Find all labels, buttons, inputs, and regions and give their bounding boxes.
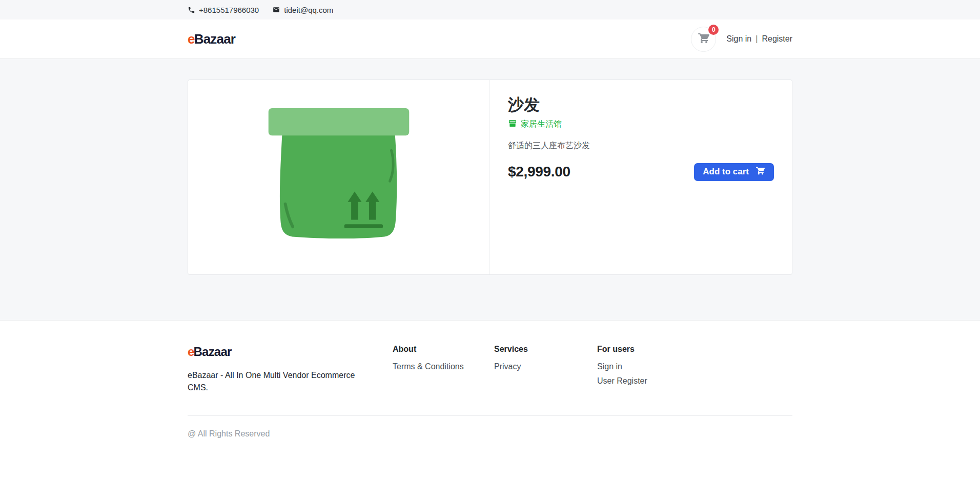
footer-column-title: For users [597,345,647,354]
product-card: 沙发 家居生活馆 舒适的三人座布艺沙发 $2,999.00 [188,79,792,275]
footer-tagline: eBazaar - All In One Multi Vendor Ecomme… [188,369,364,394]
footer-logo-text: Bazaar [194,345,232,358]
footer-column-title: About [393,345,494,354]
copyright-text: @ All Rights Reserved [188,416,792,439]
footer-logo[interactable]: eBazaar [188,345,231,358]
store-link[interactable]: 家居生活馆 [508,119,774,130]
auth-links: Sign in | Register [726,34,792,44]
product-image-panel [188,80,490,274]
cart-button[interactable]: 0 [691,27,716,52]
header: eBazaar 0 Sign in | Register [0,19,980,59]
auth-separator: | [756,34,758,44]
footer-link-user-register[interactable]: User Register [597,376,647,386]
footer-link-privacy[interactable]: Privacy [494,362,597,371]
storefront-icon [508,119,517,130]
footer-link-terms[interactable]: Terms & Conditions [393,362,494,371]
product-title: 沙发 [508,97,774,114]
footer-column-about: About Terms & Conditions [393,345,494,394]
add-to-cart-label: Add to cart [703,167,749,177]
logo-accent: e [188,31,195,47]
email-icon [272,6,280,13]
footer-column-title: Services [494,345,597,354]
logo[interactable]: eBazaar [188,31,235,47]
product-image [264,107,413,248]
sign-in-link[interactable]: Sign in [726,34,751,44]
add-to-cart-button[interactable]: Add to cart [694,163,774,181]
phone-number: +8615517966030 [199,6,259,14]
phone-icon [188,6,195,14]
main-content: 沙发 家居生活馆 舒适的三人座布艺沙发 $2,999.00 [0,59,980,320]
store-name: 家居生活馆 [521,119,562,130]
product-price: $2,999.00 [508,164,570,180]
cart-icon-white [756,166,765,178]
footer-link-sign-in[interactable]: Sign in [597,362,647,371]
footer-column-services: Services Privacy [494,345,597,394]
footer-column-for-users: For users Sign in User Register [597,345,647,394]
email-address: tideit@qq.com [284,6,333,14]
cart-count-badge: 0 [708,25,719,35]
footer: eBazaar eBazaar - All In One Multi Vendo… [0,320,980,478]
product-description: 舒适的三人座布艺沙发 [508,141,774,151]
email-link[interactable]: tideit@qq.com [272,6,333,14]
product-info-panel: 沙发 家居生活馆 舒适的三人座布艺沙发 $2,999.00 [490,80,792,274]
footer-brand-column: eBazaar eBazaar - All In One Multi Vendo… [188,345,393,394]
topbar: +8615517966030 tideit@qq.com [0,0,980,19]
phone-link[interactable]: +8615517966030 [188,6,259,14]
cart-icon [698,32,710,46]
logo-text: Bazaar [194,31,235,47]
register-link[interactable]: Register [762,34,792,44]
